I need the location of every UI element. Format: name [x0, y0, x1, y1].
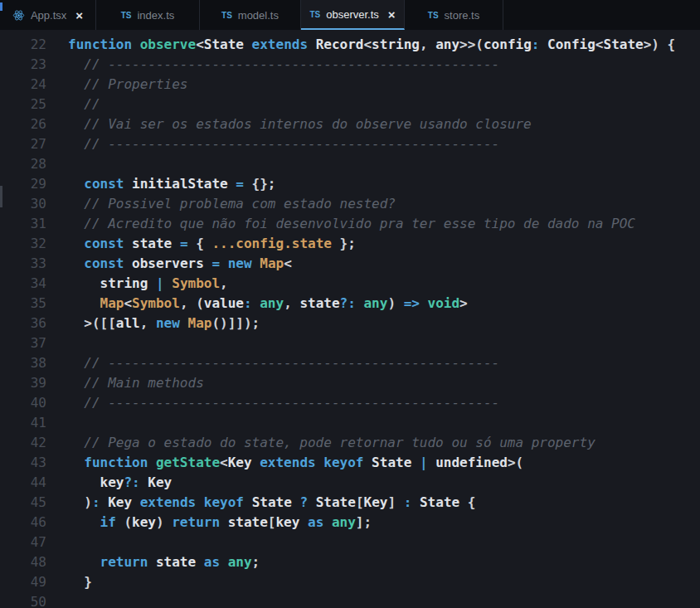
token-punctuation: {: [459, 494, 475, 510]
code-text: // Pega o estado do state, pode retornar…: [46, 433, 595, 453]
token-punctuation: ): [68, 494, 92, 510]
code-text: function getState<Key extends keyof Stat…: [46, 453, 523, 473]
token-punctuation: ): [387, 295, 403, 311]
token-punctuation: [148, 275, 156, 291]
line-number: 44: [0, 473, 46, 493]
code-line-23[interactable]: 23 // ----------------------------------…: [0, 55, 700, 75]
token-punctuation: [428, 455, 436, 470]
token-identifier: Key: [148, 474, 172, 490]
code-line-43[interactable]: 43 function getState<Key extends keyof S…: [0, 453, 700, 473]
token-identifier: Key: [364, 494, 388, 510]
token-identifier: config: [484, 36, 532, 52]
token-punctuation: [420, 295, 428, 311]
code-line-25[interactable]: 25 //: [0, 95, 700, 114]
line-number: 22: [0, 35, 46, 55]
editor-pane[interactable]: 22function observe<State extends Record<…: [0, 30, 700, 608]
line-number: 24: [0, 75, 46, 95]
tab-label: index.ts: [137, 9, 174, 22]
code-line-44[interactable]: 44 key?: Key: [0, 473, 700, 493]
code-line-49[interactable]: 49 }: [0, 572, 700, 592]
code-line-39[interactable]: 39 // Main methods: [0, 373, 700, 393]
code-line-28[interactable]: 28: [0, 154, 700, 174]
code-line-46[interactable]: 46 if (key) return state[key as any];: [0, 513, 700, 533]
line-number: 49: [0, 572, 46, 592]
token-type-or-class: Symbol: [172, 275, 220, 291]
tab-App-tsx[interactable]: App.tsx×: [0, 0, 96, 30]
token-punctuation: [180, 315, 188, 331]
token-punctuation: [132, 494, 140, 510]
tab-index-ts[interactable]: TSindex.ts: [96, 0, 200, 30]
code-line-40[interactable]: 40 // ----------------------------------…: [0, 393, 700, 413]
tab-model-ts[interactable]: TSmodel.ts: [200, 0, 301, 30]
close-tab-icon[interactable]: ×: [388, 8, 396, 21]
token-punctuation: ;: [252, 554, 260, 570]
code-line-48[interactable]: 48 return state as any;: [0, 552, 700, 572]
token-punctuation: [140, 474, 148, 490]
code-line-45[interactable]: 45 ): Key extends keyof State ? State[Ke…: [0, 493, 700, 513]
token-identifier: State: [604, 36, 644, 52]
tab-observer-ts[interactable]: TSobserver.ts×: [301, 0, 405, 30]
code-line-24[interactable]: 24 // Properties: [0, 75, 700, 95]
code-line-37[interactable]: 37: [0, 333, 700, 353]
code-text: key?: Key: [46, 473, 172, 493]
code-line-47[interactable]: 47: [0, 533, 700, 552]
token-punctuation: >) {: [644, 36, 676, 52]
token-builtin-type: any: [363, 295, 387, 311]
token-type-or-class: ...config.state: [211, 236, 332, 251]
token-punctuation: {: [188, 236, 212, 251]
token-keyword: as: [308, 514, 323, 530]
token-punctuation: [100, 494, 109, 510]
token-comment: // Vai ser os estados internos do observ…: [68, 116, 532, 132]
typescript-icon: TS: [221, 11, 232, 20]
token-keyword: :: [404, 494, 412, 510]
code-text: [46, 592, 68, 608]
token-punctuation: ()]]);: [211, 315, 260, 331]
token-punctuation: ,: [220, 275, 228, 291]
token-identifier: State: [420, 494, 459, 510]
token-punctuation: [148, 455, 156, 470]
code-line-30[interactable]: 30 // Possivel problema com estado neste…: [0, 194, 700, 214]
token-type-or-class: Symbol: [132, 295, 180, 311]
tab-store-ts[interactable]: TSstore.ts: [405, 0, 503, 30]
code-line-33[interactable]: 33 const observers = new Map<: [0, 254, 700, 274]
code-line-50[interactable]: 50: [0, 592, 700, 608]
code-text: return state as any;: [46, 552, 260, 572]
code-line-31[interactable]: 31 // Acredito que não foi desenvolvido …: [0, 214, 700, 234]
code-text: if (key) return state[key as any];: [46, 513, 372, 533]
token-punctuation: [244, 494, 252, 510]
line-number: 41: [0, 413, 46, 433]
left-scroll-indicator[interactable]: [0, 186, 2, 207]
token-punctuation: [411, 455, 420, 470]
code-line-35[interactable]: 35 Map<Symbol, (value: any, state?: any)…: [0, 294, 700, 314]
token-keyword: ?:: [124, 474, 139, 490]
token-comment: // Pega o estado do state, pode retornar…: [68, 435, 595, 450]
token-punctuation: [292, 494, 300, 510]
code-line-26[interactable]: 26 // Vai ser os estados internos do obs…: [0, 114, 700, 134]
line-number: 50: [0, 592, 46, 608]
code-line-29[interactable]: 29 const initialState = {};: [0, 174, 700, 194]
token-keyword: extends: [252, 36, 308, 52]
code-line-34[interactable]: 34 string | Symbol,: [0, 274, 700, 294]
tab-bar: App.tsx×TSindex.tsTSmodel.tsTSobserver.t…: [0, 0, 700, 30]
token-identifier: Key: [228, 455, 252, 470]
code-line-27[interactable]: 27 // ----------------------------------…: [0, 134, 700, 154]
code-line-42[interactable]: 42 // Pega o estado do state, pode retor…: [0, 433, 700, 453]
token-punctuation: (: [116, 514, 132, 530]
typescript-icon: TS: [121, 11, 132, 20]
token-punctuation: ]: [387, 494, 403, 510]
token-punctuation: [228, 176, 236, 192]
code-text: // Main methods: [46, 373, 204, 393]
token-punctuation: >>(: [459, 36, 484, 52]
code-line-41[interactable]: 41: [0, 413, 700, 433]
token-identifier: State: [316, 494, 356, 510]
code-line-38[interactable]: 38 // ----------------------------------…: [0, 353, 700, 373]
code-line-22[interactable]: 22function observe<State extends Record<…: [0, 35, 700, 55]
token-punctuation: ,: [140, 315, 156, 331]
token-punctuation: >([[: [68, 315, 116, 331]
close-tab-icon[interactable]: ×: [75, 9, 83, 22]
line-number: 48: [0, 552, 46, 572]
code-line-32[interactable]: 32 const state = { ...config.state };: [0, 234, 700, 254]
code-line-36[interactable]: 36 >([[all, new Map()]]);: [0, 314, 700, 333]
code-text: // -------------------------------------…: [46, 393, 499, 413]
code-text: }: [46, 572, 92, 592]
